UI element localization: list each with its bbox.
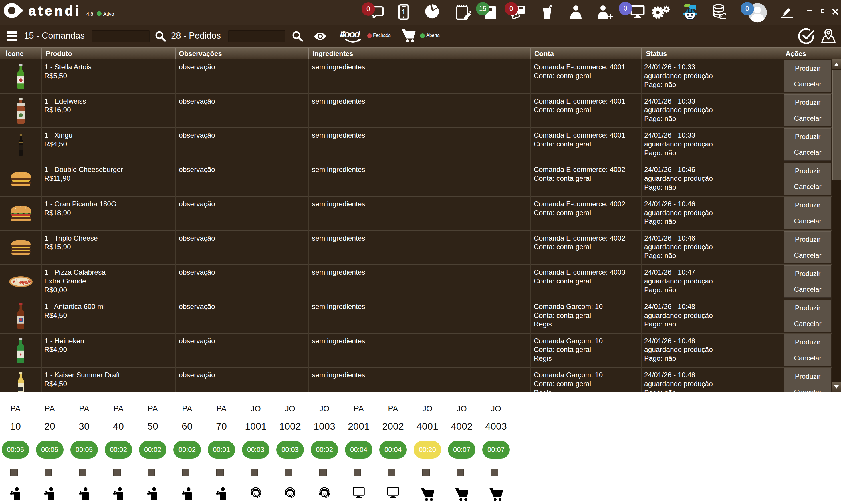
svg-text:1: 1 (401, 8, 405, 16)
